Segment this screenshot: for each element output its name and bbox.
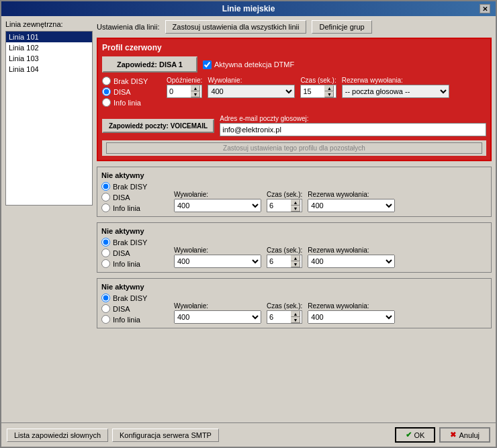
i3-czas-label: Czas (sek.): — [267, 302, 302, 310]
czas-spinner[interactable]: ▲ ▼ — [300, 85, 336, 98]
close-button[interactable]: ✕ — [480, 4, 490, 13]
right-panel: Ustawienia dla linii: Zastosuj ustawieni… — [97, 20, 492, 418]
voicemail-btn[interactable]: Zapowiedź poczty: VOICEMAIL — [102, 119, 214, 133]
rezerwa-field: Rezerwa wywołania: -- poczta głosowa -- — [342, 77, 449, 98]
i1-czas-btns: ▲ ▼ — [291, 199, 300, 212]
radio-brak-disy: Brak DISY — [102, 77, 163, 85]
i1-czas-spinner[interactable]: ▲ ▼ — [267, 199, 302, 212]
cancel-button[interactable]: ✖ Anuluj — [439, 427, 490, 443]
inactive-radio-info-1: Info linia — [101, 204, 169, 212]
i3-radio-info[interactable] — [101, 315, 110, 324]
inactive-radio-brak-3: Brak DISY — [101, 294, 169, 302]
i2-label-disa: DISA — [113, 249, 130, 257]
opoznienie-spinner[interactable]: ▲ ▼ — [167, 85, 202, 98]
inactive-section-3: Nie aktywny Brak DISY DISA — [97, 278, 492, 328]
i3-label-brak: Brak DISY — [113, 294, 147, 302]
i3-rezerwa-label: Rezerwa wywołania: — [308, 302, 395, 310]
inactive-header-1: Nie aktywny — [101, 171, 487, 179]
apply-profile-btn[interactable]: Zastosuj ustawienia tego profilu dla poz… — [106, 142, 482, 154]
czas-down[interactable]: ▼ — [324, 91, 334, 97]
i2-wywolanie-select[interactable]: 400 — [174, 255, 261, 268]
radio-disa-input[interactable] — [102, 87, 111, 96]
i1-radio-info[interactable] — [101, 204, 110, 212]
bottom-left: Lista zapowiedzi słownych Konfiguracja s… — [7, 429, 219, 442]
rezerwa-select[interactable]: -- poczta głosowa -- — [342, 85, 449, 98]
i1-wywolanie-select[interactable]: 400 — [174, 199, 261, 212]
rezerwa-label: Rezerwa wywołania: — [342, 77, 449, 84]
i2-rezerwa-select[interactable]: 400 — [308, 255, 395, 268]
i3-wywolanie-label: Wywołanie: — [174, 302, 261, 310]
i2-radio-info[interactable] — [101, 259, 110, 268]
disa-btn[interactable]: Zapowiedź: DISA 1 — [102, 56, 197, 73]
i2-radio-brak[interactable] — [101, 238, 110, 247]
inactive-fields-1: Brak DISY DISA Info linia — [101, 182, 487, 212]
line-item-101[interactable]: Linia 101 — [6, 32, 92, 42]
czas-field: Czas (sek.): ▲ ▼ — [300, 77, 336, 98]
inactive-radio-info-3: Info linia — [101, 315, 169, 324]
i1-radio-disa[interactable] — [101, 193, 110, 201]
i3-czas-down[interactable]: ▼ — [291, 317, 300, 323]
email-input[interactable] — [220, 123, 486, 136]
main-content: Linia zewnętrzna: Linia 101 Linia 102 Li… — [1, 16, 496, 422]
line-item-102[interactable]: Linia 102 — [6, 42, 92, 53]
opoznienie-up[interactable]: ▲ — [191, 85, 200, 91]
i2-label-brak: Brak DISY — [113, 238, 147, 247]
i2-czas-up[interactable]: ▲ — [291, 255, 300, 261]
i3-rezerwa-select[interactable]: 400 — [308, 310, 395, 324]
apply-all-button[interactable]: Zastosuj ustawienia dla wszystkich linii — [165, 20, 307, 34]
ok-button[interactable]: ✔ OK — [395, 427, 436, 443]
groups-button[interactable]: Definicje grup — [312, 20, 371, 34]
lista-button[interactable]: Lista zapowiedzi słownych — [7, 429, 108, 442]
inactive-radio-brak-1: Brak DISY — [101, 182, 169, 191]
radio-disa-label: DISA — [114, 88, 131, 96]
i1-radio-brak[interactable] — [101, 182, 110, 191]
i2-czas-down[interactable]: ▼ — [291, 261, 300, 267]
cancel-icon: ✖ — [450, 431, 456, 439]
i3-wywolanie-select[interactable]: 400 — [174, 310, 261, 324]
settings-label: Ustawienia dla linii: — [97, 23, 160, 31]
i3-czas-up[interactable]: ▲ — [291, 311, 300, 317]
i1-rezerwa-select[interactable]: 400 — [308, 199, 395, 212]
i1-rezerwa-label: Rezerwa wywołania: — [308, 191, 395, 198]
wywolanie-select[interactable]: 400 — [208, 85, 295, 98]
radio-info-linia-input[interactable] — [102, 98, 111, 107]
i2-radio-disa[interactable] — [101, 249, 110, 257]
voicemail-row: Zapowiedź poczty: VOICEMAIL Adres e-mail… — [102, 115, 486, 136]
i3-czas: Czas (sek.): ▲ ▼ — [267, 302, 302, 324]
opoznienie-down[interactable]: ▼ — [191, 91, 200, 97]
opoznienie-field: Opóźnienie: ▲ ▼ — [167, 77, 202, 98]
main-window: Linie miejskie ✕ Linia zewnętrzna: Linia… — [0, 0, 497, 448]
czas-input[interactable] — [301, 85, 324, 97]
dtmf-checkbox[interactable] — [203, 60, 212, 69]
profile-top-row: Zapowiedź: DISA 1 Aktywna detekcja DTMF — [102, 56, 486, 73]
radio-brak-disy-label: Brak DISY — [114, 77, 148, 85]
i1-czas-down[interactable]: ▼ — [291, 206, 300, 212]
i1-rezerwa: Rezerwa wywołania: 400 — [308, 191, 395, 212]
i2-czas-input[interactable] — [267, 255, 291, 267]
red-profile: Profil czerwony Zapowiedź: DISA 1 Aktywn… — [97, 38, 492, 161]
email-field-group: Adres e-mail poczty głosowej: — [220, 115, 486, 136]
i3-czas-spinner[interactable]: ▲ ▼ — [267, 310, 302, 324]
i2-label-info: Info linia — [113, 260, 140, 268]
i3-radio-brak[interactable] — [101, 294, 110, 302]
i2-czas-label: Czas (sek.): — [267, 247, 302, 254]
i2-rezerwa-label: Rezerwa wywołania: — [308, 247, 395, 254]
opoznienie-label: Opóźnienie: — [167, 77, 202, 84]
ok-label: OK — [414, 431, 425, 439]
i1-czas-input[interactable] — [267, 199, 291, 212]
i1-czas-up[interactable]: ▲ — [291, 199, 300, 206]
line-item-103[interactable]: Linia 103 — [6, 53, 92, 64]
i2-czas-spinner[interactable]: ▲ ▼ — [267, 255, 302, 268]
radio-brak-disy-input[interactable] — [102, 77, 111, 85]
i3-radio-disa[interactable] — [101, 304, 110, 313]
radio-info-linia: Info linia — [102, 98, 163, 107]
konfiguracja-button[interactable]: Konfiguracja serwera SMTP — [112, 429, 219, 442]
inactive-profiles: Nie aktywny Brak DISY DISA — [97, 167, 492, 418]
i2-wywolanie-label: Wywołanie: — [174, 247, 261, 254]
i3-czas-input[interactable] — [267, 311, 291, 323]
line-list: Linia 101 Linia 102 Linia 103 Linia 104 — [5, 31, 93, 206]
opoznienie-input[interactable] — [167, 85, 191, 97]
czas-up[interactable]: ▲ — [324, 85, 334, 91]
i3-czas-btns: ▲ ▼ — [291, 311, 300, 323]
line-item-104[interactable]: Linia 104 — [6, 64, 92, 75]
